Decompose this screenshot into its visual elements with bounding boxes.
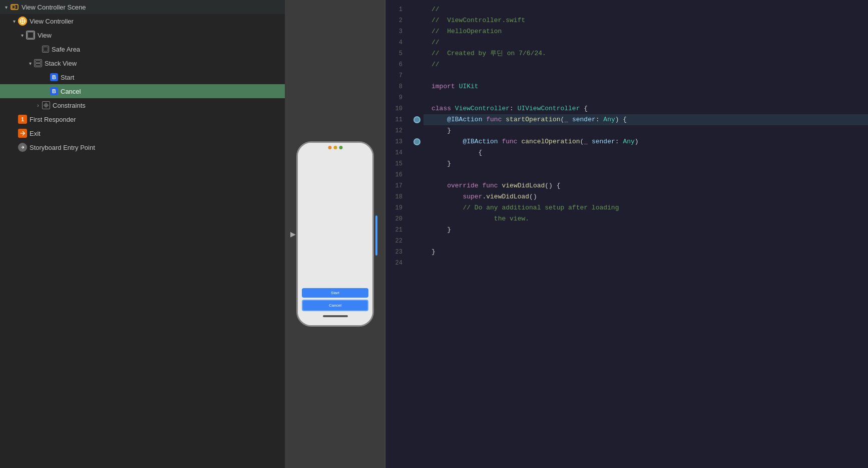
code-line-6: //	[431, 59, 860, 70]
code-line-13: @IBAction func cancelOperation(_ sender:…	[431, 136, 860, 147]
start-btn-icon: B	[50, 73, 58, 81]
gutter-l4	[410, 37, 423, 48]
gutter-l14	[410, 147, 423, 158]
chevron-scene[interactable]	[2, 5, 10, 10]
code-content[interactable]: // // ViewController.swift // HelloOpera…	[423, 0, 868, 468]
svg-rect-1	[12, 6, 15, 9]
chevron-stackview[interactable]	[26, 61, 34, 66]
ln-7: 7	[389, 70, 402, 81]
ln-22: 22	[389, 236, 402, 247]
iphone-cancel-button: Cancel	[302, 300, 368, 311]
tree-item-safearea[interactable]: Safe Area	[0, 42, 285, 56]
code-line-2: // ViewController.swift	[431, 15, 860, 26]
ln-5: 5	[389, 48, 402, 59]
dot-yellow	[333, 146, 337, 149]
tree-item-scene[interactable]: View Controller Scene	[0, 0, 285, 14]
ln-23: 23	[389, 247, 402, 258]
safearea-label: Safe Area	[52, 46, 80, 53]
stackview-label: Stack View	[45, 60, 77, 67]
gutter-l7	[410, 70, 423, 81]
constraints-icon	[42, 101, 50, 109]
code-line-14: {	[431, 147, 860, 158]
ln-24: 24	[389, 258, 402, 269]
tree-item-stackview[interactable]: Stack View	[0, 56, 285, 70]
ln-18: 18	[389, 191, 402, 202]
view-icon	[26, 31, 35, 40]
code-line-1: //	[431, 4, 860, 15]
responder-icon: 1	[18, 115, 27, 124]
storyboard-entry-arrow: ▶	[290, 230, 296, 238]
code-line-22	[431, 236, 860, 247]
ln-6: 6	[389, 59, 402, 70]
code-line-12: }	[431, 125, 860, 136]
tree-item-responder[interactable]: 1 First Responder	[0, 112, 285, 126]
code-editor-panel: 1 2 3 4 5 6 7 8 9 10 11 12 13 14 15 16 1…	[385, 0, 868, 468]
canvas-toolbar-dots	[328, 146, 342, 149]
svg-rect-7	[44, 47, 48, 52]
breakpoint-dot-11[interactable]	[413, 116, 420, 123]
gutter-l9	[410, 92, 423, 103]
tree-item-view[interactable]: View	[0, 28, 285, 42]
code-editor[interactable]: 1 2 3 4 5 6 7 8 9 10 11 12 13 14 15 16 1…	[385, 0, 868, 468]
tree-item-constraints[interactable]: Constraints	[0, 98, 285, 112]
iphone-mockup: Start Cancel	[296, 141, 374, 327]
vc-icon	[18, 17, 27, 26]
ln-20: 20	[389, 213, 402, 224]
gutter-l5	[410, 48, 423, 59]
dot-orange	[328, 146, 331, 149]
gutter-l11[interactable]	[410, 114, 423, 125]
ln-16: 16	[389, 169, 402, 180]
ln-17: 17	[389, 180, 402, 191]
constraints-label: Constraints	[53, 102, 86, 109]
ln-19: 19	[389, 202, 402, 213]
svg-rect-8	[36, 61, 41, 63]
code-line-5: // Created by 루딘 on 7/6/24.	[431, 48, 860, 59]
iphone-start-button: Start	[302, 288, 368, 298]
tree-item-start[interactable]: B Start	[0, 70, 285, 84]
gutter-l24	[410, 258, 423, 269]
code-line-8: import UIKit	[431, 81, 860, 92]
tree-item-entrypoint[interactable]: Storyboard Entry Point	[0, 140, 285, 154]
scroll-indicator[interactable]	[375, 141, 378, 327]
tree-item-cancel[interactable]: B Cancel	[0, 84, 285, 98]
scene-navigator: View Controller Scene View Controller Vi…	[0, 0, 285, 468]
code-line-20: the view.	[431, 213, 860, 224]
gutter-l2	[410, 15, 423, 26]
entrypoint-label: Storyboard Entry Point	[30, 144, 95, 151]
exit-label: Exit	[30, 130, 41, 137]
tree-item-vc[interactable]: View Controller	[0, 14, 285, 28]
svg-rect-6	[28, 32, 34, 38]
code-line-7	[431, 70, 860, 81]
ln-9: 9	[389, 92, 402, 103]
chevron-view[interactable]	[18, 33, 26, 38]
iphone-screen: Start Cancel	[298, 143, 372, 325]
tree-item-exit[interactable]: Exit	[0, 126, 285, 140]
code-line-15: }	[431, 158, 860, 169]
ln-14: 14	[389, 147, 402, 158]
iphone-home-bar	[323, 315, 348, 317]
svg-rect-9	[36, 64, 41, 66]
gutter-l13[interactable]	[410, 136, 423, 147]
code-line-24	[431, 258, 860, 269]
start-label: Start	[61, 74, 74, 81]
ln-13: 13	[389, 136, 402, 147]
responder-label: First Responder	[30, 116, 76, 123]
code-line-4: //	[431, 37, 860, 48]
gutter-l15	[410, 158, 423, 169]
gutter-l3	[410, 26, 423, 37]
gutter-l18	[410, 191, 423, 202]
exit-icon	[18, 129, 27, 138]
cancel-btn-icon: B	[50, 87, 58, 95]
breakpoint-dot-13[interactable]	[413, 138, 420, 145]
ln-3: 3	[389, 26, 402, 37]
gutter-l19	[410, 202, 423, 213]
ln-11: 11	[389, 114, 402, 125]
ln-10: 10	[389, 103, 402, 114]
chevron-vc[interactable]	[10, 19, 18, 24]
chevron-constraints[interactable]	[34, 103, 42, 108]
view-label: View	[38, 32, 52, 39]
gutter-l20	[410, 213, 423, 224]
code-line-21: }	[431, 224, 860, 236]
gutter-l23	[410, 247, 423, 258]
ln-12: 12	[389, 125, 402, 136]
